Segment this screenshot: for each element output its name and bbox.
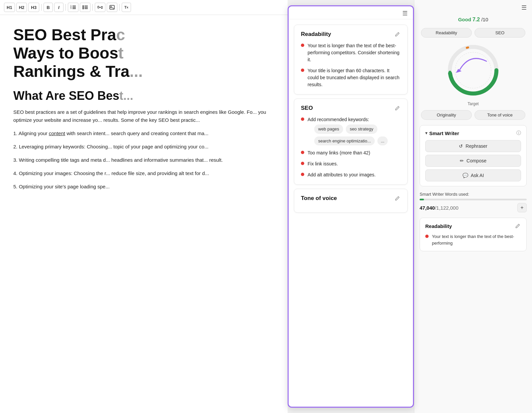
rephraser-icon: ↺ (459, 143, 463, 149)
tone-card-header: Tone of voice (301, 195, 401, 202)
words-progress-bar (420, 199, 527, 200)
donut-svg (443, 40, 503, 100)
ask-ai-button[interactable]: 💬 Ask AI (425, 169, 521, 181)
seo-item-3: Add alt attributes to your images. (301, 171, 401, 178)
red-dot-icon (425, 235, 429, 238)
bold-button[interactable]: B (44, 3, 53, 12)
article-title: SEO Best PracWays to BoostRankings & Tra… (13, 26, 274, 81)
keyword-tag-2[interactable]: seo strategy (346, 124, 377, 134)
readability-right-text: Your text is longer than the text of the… (432, 233, 521, 246)
tab-readability[interactable]: Readability (421, 28, 472, 38)
readability-right-item-1: Your text is longer than the text of the… (425, 233, 521, 246)
h1-button[interactable]: H1 (4, 3, 15, 12)
tab-seo[interactable]: SEO (474, 28, 525, 38)
overlay-menu-icon[interactable]: ☰ (402, 10, 408, 16)
overlay-panel: ☰ Readability Your text is longer than t… (288, 5, 414, 408)
overlay-header: ☰ (289, 6, 413, 19)
compose-button[interactable]: ✏ Compose (425, 155, 521, 167)
paragraph-3: 2. Leveraging primary keywords: Choosing… (13, 143, 274, 151)
right-panel: ☰ Good 7.2 /10 Readability SEO (414, 0, 532, 413)
tab-tone-of-voice[interactable]: Tone of voice (474, 110, 525, 120)
target-label: Target (414, 102, 532, 106)
h2-button[interactable]: H2 (16, 3, 27, 12)
seo-card-items: Add recommended keywords: web pages seo … (301, 116, 401, 178)
tone-of-voice-card: Tone of voice (294, 189, 408, 213)
red-dot-icon (301, 151, 304, 154)
article-subheading: What Are SEO Best... (13, 89, 274, 103)
add-words-button[interactable]: + (517, 203, 527, 212)
svg-point-18 (455, 52, 491, 88)
readability-item-1: Your text is longer than the text of the… (301, 42, 401, 63)
readability-card: Readability Your text is longer than the… (294, 25, 408, 95)
svg-point-7 (82, 7, 84, 8)
svg-point-6 (82, 5, 84, 7)
compose-icon: ✏ (460, 158, 464, 163)
separator-1 (41, 4, 42, 11)
readability-right-section: Readability Your text is longer than the… (420, 218, 527, 251)
right-panel-menu-icon[interactable]: ☰ (521, 4, 527, 11)
svg-point-13 (110, 6, 111, 7)
separator-3 (92, 4, 93, 11)
svg-text:3: 3 (70, 7, 71, 9)
red-dot-icon (301, 69, 304, 72)
separator-2 (66, 4, 66, 11)
paragraph-2: 1. Aligning your content with search int… (13, 129, 274, 137)
h3-button[interactable]: H3 (28, 3, 39, 12)
editor-content[interactable]: SEO Best PracWays to BoostRankings & Tra… (0, 15, 288, 413)
image-button[interactable] (107, 3, 117, 12)
words-current: 47,040 (420, 205, 435, 211)
info-icon[interactable]: ⓘ (516, 130, 521, 136)
seo-keyword-item: Add recommended keywords: web pages seo … (301, 116, 401, 145)
readability-right-edit-icon[interactable] (514, 223, 521, 229)
words-used-label: Smart Writer Words used: (420, 192, 527, 197)
keyword-more-tag[interactable]: ... (377, 136, 388, 146)
readability-edit-icon[interactable] (394, 31, 401, 38)
seo-item-1: Too many links (more than 42) (301, 149, 401, 156)
seo-card-title: SEO (301, 105, 313, 111)
tone-card-title: Tone of voice (301, 195, 337, 202)
score-good-text: Good (458, 17, 471, 22)
ask-ai-icon: 💬 (463, 173, 468, 178)
red-dot-icon (301, 117, 304, 121)
words-count: 47,040/1,122,000 (420, 205, 459, 211)
smart-writer-header: ▾ Smart Writer ⓘ (425, 130, 521, 136)
words-count-row: 47,040/1,122,000 + (420, 203, 527, 212)
keyword-tag-1[interactable]: web pages (314, 124, 343, 134)
readability-item-2: Your title is longer than 60 characters.… (301, 67, 401, 88)
paragraph-5: 4. Optimizing your images: Choosing the … (13, 169, 274, 177)
tab-originality[interactable]: Originality (421, 110, 472, 120)
readability-right-header: Readability (425, 223, 521, 229)
seo-edit-icon[interactable] (394, 105, 401, 111)
readability-card-title: Readability (301, 31, 331, 38)
overlay-scroll[interactable]: Readability Your text is longer than the… (289, 19, 413, 407)
score-section: Good 7.2 /10 (414, 14, 532, 28)
editor-toolbar: H1 H2 H3 B I 1 2 3 (0, 0, 288, 15)
readability-right-title: Readability (425, 223, 452, 229)
readability-card-items: Your text is longer than the text of the… (301, 42, 401, 88)
right-panel-header: ☰ (414, 0, 532, 14)
clear-format-button[interactable]: Tx (122, 3, 131, 12)
smart-writer-title: ▾ Smart Writer (425, 130, 459, 136)
red-dot-icon (301, 173, 304, 176)
readability-card-header: Readability (301, 31, 401, 38)
ordered-list-button[interactable]: 1 2 3 (68, 3, 78, 12)
score-label: Good 7.2 /10 (420, 17, 527, 23)
rephraser-button[interactable]: ↺ Rephraser (425, 140, 521, 152)
separator-4 (119, 4, 120, 11)
italic-button[interactable]: I (54, 3, 64, 12)
words-used-section: Smart Writer Words used: 47,040/1,122,00… (420, 192, 527, 212)
paragraph-4: 3. Writing compelling title tags and met… (13, 156, 274, 164)
seo-item-3-text: Add alt attributes to your images. (308, 171, 376, 178)
seo-item-2: Fix link issues. (301, 160, 401, 167)
donut-chart (443, 40, 503, 100)
score-max: /10 (481, 17, 488, 22)
keyword-tag-3[interactable]: search engine optimizatio... (314, 136, 375, 146)
tone-edit-icon[interactable] (394, 195, 401, 202)
score-tabs: Readability SEO (414, 28, 532, 38)
seo-item-1-text: Too many links (more than 42) (308, 149, 370, 156)
link-button[interactable] (95, 3, 105, 12)
readability-item-2-text: Your title is longer than 60 characters.… (308, 67, 401, 88)
paragraph-1: SEO best practices are a set of guidelin… (13, 108, 274, 124)
seo-card: SEO Add recommended keywords: web pages … (294, 99, 408, 185)
unordered-list-button[interactable] (80, 3, 90, 12)
